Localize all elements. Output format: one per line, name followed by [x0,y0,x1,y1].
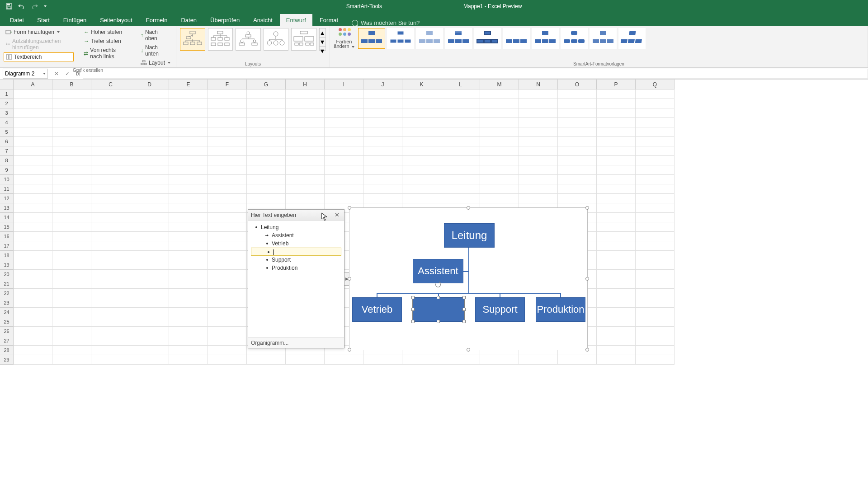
cell[interactable] [52,203,91,213]
cell[interactable] [325,99,363,108]
cell[interactable] [636,336,675,346]
cell[interactable] [441,108,480,118]
layout-thumb-1[interactable] [180,28,205,51]
cell[interactable] [519,355,558,365]
org-node-root[interactable]: Leitung [444,223,495,248]
row-header[interactable]: 11 [0,184,14,194]
cell[interactable] [597,232,636,241]
cell[interactable] [636,241,675,251]
cell[interactable] [597,251,636,260]
cell[interactable] [14,241,52,251]
cell[interactable] [208,108,247,118]
cell[interactable] [286,184,325,194]
cell[interactable] [52,327,91,336]
cell[interactable] [130,289,169,298]
cell[interactable] [169,260,208,270]
tab-einfuegen[interactable]: Einfügen [57,14,93,26]
layout-thumb-2[interactable] [208,28,233,51]
cell[interactable] [169,346,208,355]
cell[interactable] [208,336,247,346]
cell[interactable] [169,156,208,165]
cell[interactable] [402,175,441,184]
cell[interactable] [363,175,402,184]
cell[interactable] [363,165,402,175]
row-header[interactable]: 5 [0,127,14,137]
move-up-button[interactable]: ↑ Nach oben [139,28,172,42]
cell[interactable] [441,355,480,365]
cell[interactable] [91,165,130,175]
cell[interactable] [169,146,208,156]
cell[interactable] [130,213,169,222]
cell[interactable] [14,137,52,146]
style-thumb-1[interactable] [358,28,385,49]
cell[interactable] [441,99,480,108]
cell[interactable] [636,308,675,317]
column-header[interactable]: Q [636,80,675,89]
column-header[interactable]: G [247,80,286,89]
cell[interactable] [130,146,169,156]
row-header[interactable]: 22 [0,289,14,298]
cell[interactable] [14,308,52,317]
cell[interactable] [286,99,325,108]
cell[interactable] [558,175,597,184]
cell[interactable] [636,165,675,175]
tab-entwurf[interactable]: Entwurf [280,14,312,26]
cell[interactable] [169,232,208,241]
column-header[interactable]: D [130,80,169,89]
cell[interactable] [169,127,208,137]
resize-handle[interactable] [348,206,351,210]
cell[interactable] [52,317,91,327]
cell[interactable] [14,203,52,213]
cell[interactable] [519,146,558,156]
cell[interactable] [597,289,636,298]
shape-resize-handle[interactable] [462,320,466,323]
row-header[interactable]: 9 [0,165,14,175]
cell[interactable] [169,184,208,194]
cell[interactable] [130,175,169,184]
cell[interactable] [52,232,91,241]
resize-handle[interactable] [467,206,470,210]
cell[interactable] [402,127,441,137]
cell[interactable] [558,118,597,127]
cell[interactable] [91,289,130,298]
row-header[interactable]: 16 [0,232,14,241]
cell[interactable] [14,156,52,165]
column-header[interactable]: I [325,80,363,89]
cell[interactable] [636,156,675,165]
cell[interactable] [597,127,636,137]
column-header[interactable]: K [402,80,441,89]
cell[interactable] [636,251,675,260]
style-thumb-9[interactable] [590,28,617,49]
cell[interactable] [402,355,441,365]
row-header[interactable]: 19 [0,260,14,270]
cell[interactable] [363,156,402,165]
cell[interactable] [558,165,597,175]
cell[interactable] [286,118,325,127]
cell[interactable] [480,146,519,156]
column-header[interactable]: P [597,80,636,89]
cell[interactable] [363,137,402,146]
cell[interactable] [363,127,402,137]
cell[interactable] [52,165,91,175]
cell[interactable] [169,194,208,203]
cell[interactable] [130,251,169,260]
text-pane-item[interactable]: Leitung [250,223,342,231]
cell[interactable] [14,184,52,194]
cell[interactable] [597,184,636,194]
demote-button[interactable]: → Tiefer stufen [82,37,131,45]
cell[interactable] [208,194,247,203]
cell[interactable] [91,222,130,232]
cell[interactable] [597,99,636,108]
cell[interactable] [14,108,52,118]
cell[interactable] [286,89,325,99]
cell[interactable] [519,99,558,108]
resize-handle[interactable] [467,348,470,352]
cell[interactable] [52,118,91,127]
cell[interactable] [636,327,675,336]
cell[interactable] [169,118,208,127]
cell[interactable] [247,118,286,127]
shape-resize-handle[interactable] [462,308,466,311]
cell[interactable] [91,89,130,99]
cell[interactable] [169,289,208,298]
cell[interactable] [91,156,130,165]
